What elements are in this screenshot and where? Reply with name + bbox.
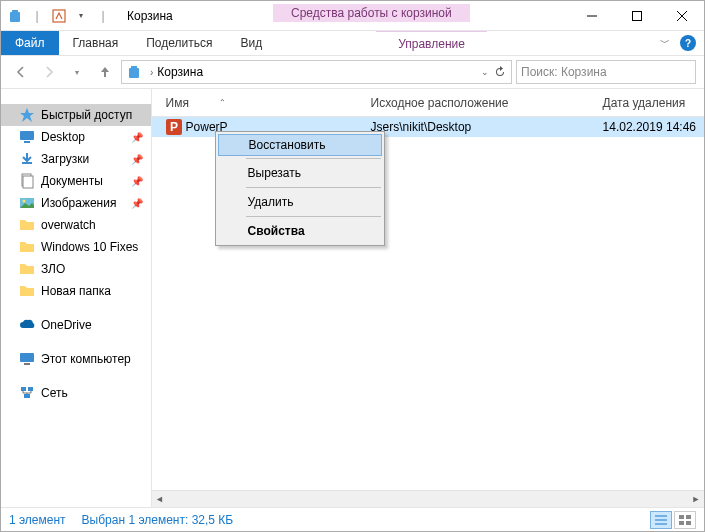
view-large-icons-button[interactable] <box>674 511 696 529</box>
pin-icon: 📌 <box>131 132 143 143</box>
window-controls <box>569 1 704 31</box>
this-pc-icon <box>19 351 35 367</box>
powerpoint-icon: P <box>166 119 182 135</box>
search-input[interactable]: Поиск: Корзина <box>516 60 696 84</box>
svg-rect-15 <box>20 353 34 362</box>
sidebar-item-label: Новая папка <box>41 284 111 298</box>
tab-file[interactable]: Файл <box>1 31 59 55</box>
downloads-icon <box>19 151 35 167</box>
properties-icon[interactable] <box>51 8 67 24</box>
sidebar-item-this-pc[interactable]: Этот компьютер <box>1 348 151 370</box>
sidebar-item-label: ЗЛО <box>41 262 65 276</box>
status-bar: 1 элемент Выбран 1 элемент: 32,5 КБ <box>1 507 704 531</box>
onedrive-icon <box>19 317 35 333</box>
svg-rect-28 <box>686 521 691 525</box>
sidebar-item-label: Загрузки <box>41 152 89 166</box>
sidebar-item-folder[interactable]: overwatch <box>1 214 151 236</box>
close-button[interactable] <box>659 1 704 31</box>
svg-point-14 <box>23 200 26 203</box>
tab-manage[interactable]: Управление <box>376 31 487 55</box>
folder-icon <box>19 261 35 277</box>
context-menu-cut[interactable]: Вырезать <box>218 161 382 185</box>
documents-icon <box>19 173 35 189</box>
svg-rect-18 <box>28 387 33 391</box>
svg-rect-12 <box>23 176 33 188</box>
breadcrumb[interactable]: › Корзина ⌄ <box>121 60 512 84</box>
folder-icon <box>19 283 35 299</box>
tab-view[interactable]: Вид <box>226 31 276 55</box>
svg-rect-1 <box>12 10 18 12</box>
view-details-button[interactable] <box>650 511 672 529</box>
window-title: Корзина <box>127 9 173 23</box>
nav-up-button[interactable] <box>93 60 117 84</box>
refresh-icon[interactable] <box>493 65 507 79</box>
view-switcher <box>650 511 696 529</box>
tab-share[interactable]: Поделиться <box>132 31 226 55</box>
pin-icon: 📌 <box>131 176 143 187</box>
desktop-icon <box>19 129 35 145</box>
nav-forward-button[interactable] <box>37 60 61 84</box>
pin-icon: 📌 <box>131 198 143 209</box>
scroll-left-icon[interactable]: ◄ <box>152 491 168 507</box>
column-header-location[interactable]: Исходное расположение <box>363 96 595 110</box>
context-menu-separator <box>246 187 381 188</box>
svg-rect-27 <box>679 521 684 525</box>
context-menu: Восстановить Вырезать Удалить Свойства <box>215 131 385 246</box>
column-header-name[interactable]: Имя ⌃ <box>158 96 363 110</box>
file-date: 14.02.2019 14:46 <box>595 120 704 134</box>
contextual-tab-header: Средства работы с корзиной <box>273 4 470 22</box>
scroll-right-icon[interactable]: ► <box>688 491 704 507</box>
sidebar-item-desktop[interactable]: Desktop 📌 <box>1 126 151 148</box>
qat-separator-icon: | <box>29 8 45 24</box>
star-icon <box>19 107 35 123</box>
nav-history-dropdown[interactable]: ▾ <box>65 60 89 84</box>
breadcrumb-dropdown-icon[interactable]: ⌄ <box>481 67 489 77</box>
sidebar-item-network[interactable]: Сеть <box>1 382 151 404</box>
horizontal-scrollbar[interactable]: ◄ ► <box>152 490 704 507</box>
svg-rect-26 <box>686 515 691 519</box>
sidebar-item-folder[interactable]: Новая папка <box>1 280 151 302</box>
sidebar-item-label: Windows 10 Fixes <box>41 240 138 254</box>
maximize-button[interactable] <box>614 1 659 31</box>
network-icon <box>19 385 35 401</box>
context-menu-delete[interactable]: Удалить <box>218 190 382 214</box>
content-pane: Имя ⌃ Исходное расположение Дата удалени… <box>152 89 704 507</box>
svg-rect-16 <box>24 363 30 365</box>
sidebar-item-label: Этот компьютер <box>41 352 131 366</box>
tab-home[interactable]: Главная <box>59 31 133 55</box>
sidebar-item-label: overwatch <box>41 218 96 232</box>
navigation-pane: Быстрый доступ Desktop 📌 Загрузки 📌 Доку… <box>1 89 152 507</box>
column-header-date[interactable]: Дата удаления <box>595 96 704 110</box>
help-icon[interactable]: ? <box>680 35 696 51</box>
sidebar-item-pictures[interactable]: Изображения 📌 <box>1 192 151 214</box>
scrollbar-track[interactable] <box>184 494 672 504</box>
folder-icon <box>19 217 35 233</box>
sidebar-item-documents[interactable]: Документы 📌 <box>1 170 151 192</box>
sidebar-item-folder[interactable]: Windows 10 Fixes <box>1 236 151 258</box>
sidebar-item-quick-access[interactable]: Быстрый доступ <box>1 104 151 126</box>
main-area: Быстрый доступ Desktop 📌 Загрузки 📌 Доку… <box>1 89 704 507</box>
recycle-bin-icon <box>7 8 23 24</box>
sidebar-item-label: Сеть <box>41 386 68 400</box>
svg-rect-25 <box>679 515 684 519</box>
svg-rect-10 <box>24 141 30 143</box>
chevron-right-icon[interactable]: › <box>150 67 153 78</box>
sidebar-item-label: Изображения <box>41 196 116 210</box>
svg-rect-8 <box>131 66 137 68</box>
svg-rect-17 <box>21 387 26 391</box>
qat-dropdown-icon[interactable]: ▾ <box>73 8 89 24</box>
context-menu-properties[interactable]: Свойства <box>218 219 382 243</box>
search-placeholder: Поиск: Корзина <box>521 65 607 79</box>
nav-back-button[interactable] <box>9 60 33 84</box>
ribbon-collapse-icon[interactable]: ﹀ <box>660 36 670 50</box>
sidebar-item-label: OneDrive <box>41 318 92 332</box>
sidebar-item-downloads[interactable]: Загрузки 📌 <box>1 148 151 170</box>
sort-ascending-icon: ⌃ <box>219 98 226 107</box>
breadcrumb-segment[interactable]: Корзина <box>157 65 203 79</box>
column-headers: Имя ⌃ Исходное расположение Дата удалени… <box>152 89 704 117</box>
sidebar-item-onedrive[interactable]: OneDrive <box>1 314 151 336</box>
minimize-button[interactable] <box>569 1 614 31</box>
sidebar-item-folder[interactable]: ЗЛО <box>1 258 151 280</box>
context-menu-restore[interactable]: Восстановить <box>218 134 382 156</box>
status-item-count: 1 элемент <box>9 513 66 527</box>
